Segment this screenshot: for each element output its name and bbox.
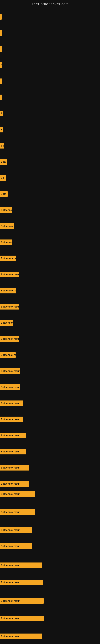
bar-12: Bottlenec <box>0 207 12 213</box>
bar-22: Bottleneck result <box>0 368 20 374</box>
bar-label-27: Bottleneck result <box>1 450 20 453</box>
bar-item-37: Bottleneck result <box>0 616 44 621</box>
chart-area: TheBottlenecker.com BBBBoBottBoBottBottl… <box>0 0 100 644</box>
bar-item-16: Bottleneck result <box>0 272 19 277</box>
bar-item-6: B <box>0 111 3 116</box>
bar-26: Bottleneck result <box>0 433 26 438</box>
bar-label-28: Bottleneck result <box>1 466 20 469</box>
bar-label-37: Bottleneck result <box>1 617 20 620</box>
bar-item-36: Bottleneck result <box>0 598 44 604</box>
bar-label-33: Bottleneck result <box>1 545 20 548</box>
bar-label-6: B <box>1 112 2 115</box>
site-title: TheBottlenecker.com <box>0 0 100 8</box>
bar-label-3: B <box>1 64 2 66</box>
bar-label-10: Bo <box>1 176 4 179</box>
bar-item-1 <box>0 30 2 36</box>
bar-item-5 <box>0 94 2 100</box>
bar-item-35: Bottleneck result <box>0 580 43 585</box>
bar-18: Bottleneck result <box>0 304 19 310</box>
bar-label-13: Bottleneck re <box>1 225 14 228</box>
bar-label-16: Bottleneck result <box>1 273 19 276</box>
bar-20: Bottleneck result <box>0 336 19 342</box>
bar-item-20: Bottleneck result <box>0 336 19 342</box>
bar-item-27: Bottleneck result <box>0 449 26 454</box>
bar-label-35: Bottleneck result <box>1 581 20 584</box>
bar-label-24: Bottleneck result <box>1 402 20 405</box>
bar-label-12: Bottlenec <box>1 209 12 212</box>
bar-item-13: Bottleneck re <box>0 224 14 229</box>
bar-label-34: Bottleneck result <box>1 564 20 567</box>
bar-35: Bottleneck result <box>0 580 43 585</box>
bar-label-14: Bottleneck <box>1 241 12 244</box>
bar-item-8: Bo <box>0 143 4 148</box>
bar-item-34: Bottleneck result <box>0 562 42 568</box>
bar-item-24: Bottleneck result <box>0 400 23 406</box>
bar-label-15: Bottleneck res <box>1 257 16 260</box>
bar-label-11: Bott <box>1 192 6 196</box>
bar-11: Bott <box>0 191 8 197</box>
bar-31: Bottleneck result <box>0 509 35 515</box>
bar-item-3: B <box>0 62 2 68</box>
bar-item-26: Bottleneck result <box>0 433 26 438</box>
bar-5 <box>0 94 2 100</box>
bar-label-30: Bottleneck result <box>1 493 20 496</box>
bar-item-32: Bottleneck result <box>0 527 32 533</box>
bar-6: B <box>0 111 3 116</box>
bar-21: Bottleneck resu <box>0 352 16 358</box>
bar-3: B <box>0 62 2 68</box>
bar-item-22: Bottleneck result <box>0 368 20 374</box>
bar-10: Bo <box>0 175 6 181</box>
bar-item-17: Bottleneck res <box>0 288 16 294</box>
bar-14: Bottleneck <box>0 240 12 245</box>
bar-19: Bottleneck re <box>0 320 13 326</box>
bar-label-26: Bottleneck result <box>1 434 20 437</box>
bar-37: Bottleneck result <box>0 616 44 621</box>
bar-item-28: Bottleneck result <box>0 465 29 470</box>
bar-34: Bottleneck result <box>0 562 42 568</box>
bar-24: Bottleneck result <box>0 400 23 406</box>
bar-label-31: Bottleneck result <box>1 511 20 514</box>
bar-33: Bottleneck result <box>0 544 32 549</box>
bar-item-14: Bottleneck <box>0 240 12 245</box>
bar-item-4 <box>0 78 2 84</box>
bar-item-23: Bottleneck result <box>0 384 20 390</box>
bar-30: Bottleneck result <box>0 491 35 497</box>
bar-28: Bottleneck result <box>0 465 29 470</box>
bar-item-33: Bottleneck result <box>0 544 32 549</box>
bar-label-7: B <box>1 128 2 131</box>
bar-label-21: Bottleneck resu <box>1 354 16 356</box>
bar-label-25: Bottleneck result <box>1 418 20 421</box>
bar-36: Bottleneck result <box>0 598 44 604</box>
bar-item-30: Bottleneck result <box>0 491 35 497</box>
bar-item-10: Bo <box>0 175 6 181</box>
bar-29: Bottleneck result <box>0 481 29 486</box>
bar-0 <box>0 14 1 20</box>
bar-4 <box>0 78 2 84</box>
bar-item-19: Bottleneck re <box>0 320 13 326</box>
bar-label-18: Bottleneck result <box>1 305 19 308</box>
bar-item-38: Bottleneck result <box>0 634 42 639</box>
bar-38: Bottleneck result <box>0 634 42 639</box>
bar-label-17: Bottleneck res <box>1 289 16 292</box>
bar-item-31: Bottleneck result <box>0 509 35 515</box>
bar-23: Bottleneck result <box>0 384 20 390</box>
bar-32: Bottleneck result <box>0 527 32 533</box>
bar-item-0 <box>0 14 1 20</box>
bar-item-7: B <box>0 127 3 132</box>
bar-item-15: Bottleneck res <box>0 256 16 261</box>
bar-label-29: Bottleneck result <box>1 482 20 485</box>
bar-25: Bottleneck result <box>0 416 23 422</box>
bar-item-2 <box>0 46 2 52</box>
bar-label-19: Bottleneck re <box>1 322 13 324</box>
bar-item-25: Bottleneck result <box>0 416 23 422</box>
bar-7: B <box>0 127 3 132</box>
bar-item-21: Bottleneck resu <box>0 352 16 358</box>
bar-27: Bottleneck result <box>0 449 26 454</box>
bar-item-12: Bottlenec <box>0 207 12 213</box>
bar-label-36: Bottleneck result <box>1 600 20 602</box>
bar-2 <box>0 46 2 52</box>
bar-17: Bottleneck res <box>0 288 16 294</box>
bar-1 <box>0 30 2 36</box>
bar-label-8: Bo <box>1 144 4 147</box>
bar-8: Bo <box>0 143 4 148</box>
